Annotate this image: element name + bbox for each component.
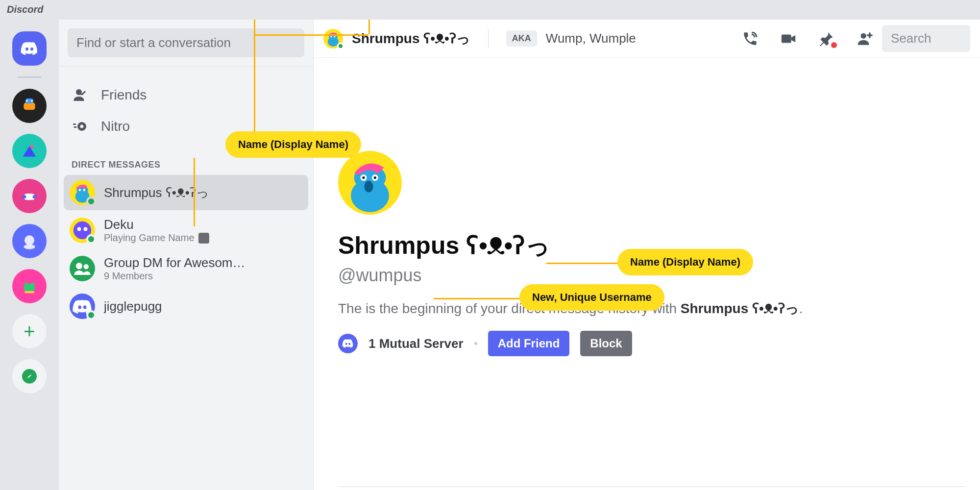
svg-point-40	[364, 181, 373, 192]
annotation-line	[434, 298, 522, 299]
svg-point-16	[80, 125, 84, 128]
dm-item-deku[interactable]: Deku Playing Game Name	[64, 212, 308, 248]
server-item[interactable]	[12, 269, 47, 303]
svg-rect-0	[24, 102, 35, 110]
svg-point-27	[84, 264, 89, 269]
svg-point-30	[330, 36, 332, 37]
find-conversation-input[interactable]: Find or start a conversation	[68, 28, 304, 57]
annotation-display-name-main: Name (Display Name)	[617, 249, 753, 275]
svg-point-2	[26, 100, 28, 102]
dm-sidebar: Find or start a conversation Friends Nit…	[59, 20, 314, 490]
annotation-line	[254, 34, 368, 36]
svg-rect-13	[24, 291, 34, 293]
status-online-icon	[337, 43, 344, 49]
window-title: Discord	[0, 0, 980, 20]
dm-subtext: Playing Game Name	[104, 232, 195, 244]
block-button[interactable]: Block	[580, 331, 632, 356]
rich-presence-icon	[198, 233, 209, 244]
friends-label: Friends	[101, 87, 147, 103]
divider	[338, 486, 965, 487]
svg-rect-18	[74, 126, 77, 128]
svg-point-8	[24, 235, 34, 245]
annotation-line	[546, 263, 620, 264]
avatar	[70, 218, 95, 243]
svg-point-25	[84, 227, 88, 231]
start-voice-call-button[interactable]	[742, 30, 759, 47]
robot-icon	[20, 96, 39, 116]
svg-rect-17	[73, 123, 76, 125]
mutual-server-icon[interactable]	[338, 334, 358, 353]
svg-point-39	[374, 176, 376, 179]
main-panel: Shrumpus ʕ•ᴥ•ʔっ AKA Wump, Wumple	[314, 20, 980, 490]
svg-point-37	[362, 176, 365, 179]
dm-item-jigglepugg[interactable]: jigglepugg	[64, 289, 308, 324]
bot-icon	[20, 231, 39, 251]
annotation-line	[254, 20, 255, 132]
annotation-display-name-top: Name (Display Name)	[225, 131, 361, 158]
explore-button[interactable]	[12, 359, 47, 393]
friends-nav[interactable]: Friends	[66, 79, 306, 111]
svg-rect-32	[782, 34, 791, 43]
search-input[interactable]: Search	[882, 25, 970, 52]
server-item[interactable]	[12, 179, 47, 213]
controller-icon	[20, 186, 39, 206]
svg-point-33	[861, 33, 866, 38]
nitro-icon	[72, 118, 89, 135]
svg-point-26	[76, 263, 82, 269]
discord-logo-icon	[20, 39, 39, 58]
svg-point-4	[30, 145, 34, 148]
dm-name: jigglepugg	[104, 299, 162, 314]
video-icon	[780, 30, 797, 47]
avatar	[70, 180, 95, 205]
user-plus-icon	[857, 30, 873, 47]
separator-dot	[474, 342, 477, 345]
svg-point-31	[334, 36, 335, 37]
nitro-label: Nitro	[101, 119, 130, 134]
friends-icon	[72, 86, 89, 104]
status-online-icon	[86, 234, 96, 244]
svg-rect-7	[33, 195, 37, 198]
aka-names: Wump, Wumple	[546, 31, 636, 46]
annotation-line	[194, 158, 195, 226]
avatar	[70, 256, 95, 281]
profile-avatar[interactable]	[338, 151, 402, 215]
avatar[interactable]	[323, 29, 343, 49]
rail-separator	[18, 76, 41, 78]
svg-point-12	[31, 283, 35, 287]
svg-point-24	[77, 227, 81, 231]
pinned-messages-button[interactable]	[818, 30, 835, 47]
avatar	[70, 294, 95, 319]
divider	[488, 29, 489, 49]
discord-logo-icon	[342, 337, 354, 350]
dm-subtext: 9 Members	[104, 270, 153, 282]
dm-content: Shrumpus ʕ•ᴥ•ʔっ @wumpus The is the begin…	[314, 58, 980, 490]
svg-point-21	[78, 189, 81, 191]
aka-badge: AKA	[506, 30, 537, 47]
server-item[interactable]	[12, 224, 47, 258]
start-video-call-button[interactable]	[780, 30, 797, 47]
mutual-servers-link[interactable]: 1 Mutual Server	[368, 336, 464, 351]
svg-rect-6	[22, 195, 26, 198]
plus-icon: +	[24, 320, 35, 343]
status-online-icon	[86, 310, 96, 320]
server-item[interactable]	[12, 134, 47, 168]
svg-point-11	[24, 283, 28, 287]
compass-icon	[20, 367, 39, 386]
notification-dot-icon	[831, 42, 837, 48]
add-friend-button[interactable]: Add Friend	[488, 331, 570, 356]
frog-icon	[20, 276, 39, 296]
dm-item-group[interactable]: Group DM for Awesom… 9 Members	[64, 250, 308, 287]
phone-icon	[742, 30, 759, 47]
svg-point-9	[24, 245, 35, 249]
add-server-button[interactable]: +	[12, 314, 47, 348]
status-online-icon	[86, 196, 96, 206]
annotation-username-main: New, Unique Username	[519, 284, 664, 311]
dm-name: Group DM for Awesom…	[104, 255, 245, 270]
svg-point-22	[83, 189, 86, 191]
tent-icon	[20, 141, 39, 161]
server-item[interactable]	[12, 89, 47, 123]
annotation-line	[368, 20, 370, 34]
home-button[interactable]	[12, 31, 47, 66]
dm-item-shrumpus[interactable]: Shrumpus ʕ•ᴥ•ʔっ	[64, 175, 308, 210]
add-friends-to-dm-button[interactable]	[857, 30, 873, 47]
